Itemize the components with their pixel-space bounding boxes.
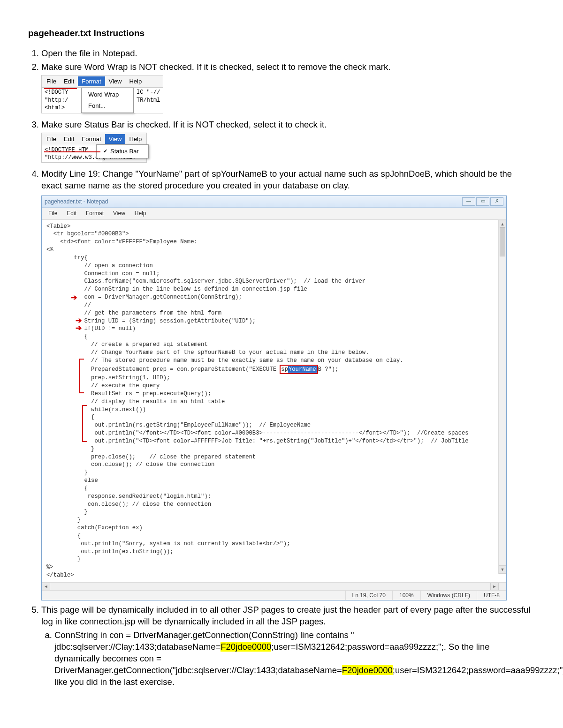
code-content[interactable]: <Table> <tr bgcolor="#0000B3"> <td><font…	[42, 220, 506, 582]
editor-area: <Table> <tr bgcolor="#0000B3"> <td><font…	[42, 220, 506, 582]
vertical-scrollbar[interactable]: ▲ ▼	[498, 220, 506, 574]
status-position: Ln 19, Col 70	[345, 591, 392, 600]
menu-view[interactable]: View	[105, 76, 126, 87]
menu-item-statusbar[interactable]: ✔Status Bar	[97, 146, 148, 157]
menu-format-2[interactable]: Format	[78, 134, 105, 144]
menu-item-font[interactable]: Font...	[82, 100, 133, 112]
big-menu-view[interactable]: View	[108, 209, 130, 218]
menu-item-wordwrap[interactable]: Word Wrap	[82, 89, 133, 100]
titlebar: pageheader.txt - Notepad — ▭ X	[42, 196, 506, 208]
format-menu-screenshot: File Edit Format View Help <!DOCTY "http…	[41, 75, 163, 113]
step-5-text: This page will be dynamically included i…	[41, 605, 530, 626]
arrow-icon: ➔	[71, 294, 77, 301]
big-menubar: File Edit Format View Help	[42, 208, 506, 219]
step-1-text: Open the file in Notepad.	[41, 48, 137, 58]
step-1: Open the file in Notepad.	[41, 48, 535, 60]
instruction-list: Open the file in Notepad. Make sure Word…	[41, 48, 535, 688]
status-zoom: 100%	[392, 591, 420, 600]
status-encoding: UTF-8	[477, 591, 506, 600]
mini-text-2: <!DOCTYPE HTM "http://www.w3.org/TR/html…	[42, 145, 102, 162]
status-eol: Windows (CRLF)	[420, 591, 477, 600]
scroll-left-icon[interactable]: ◄	[42, 583, 50, 590]
window-buttons: — ▭ X	[462, 197, 503, 206]
document-page: pageheader.txt Instructions Open the fil…	[0, 0, 563, 728]
check-icon: ✔	[103, 148, 107, 155]
menu-file-2[interactable]: File	[43, 134, 60, 144]
maximize-button[interactable]: ▭	[476, 197, 489, 206]
menu-edit[interactable]: Edit	[60, 76, 78, 87]
big-menu-help[interactable]: Help	[130, 209, 151, 218]
step-3-text: Make sure Status Bar is checked. If it i…	[41, 120, 327, 129]
red-strike-annotation	[44, 88, 77, 89]
highlight-dbname-2: F20jdoe0000	[342, 665, 393, 675]
mini-menubar: File Edit Format View Help	[42, 75, 163, 88]
mini-menubar-2: File Edit Format View Help	[42, 133, 146, 146]
notepad-screenshot: pageheader.txt - Notepad — ▭ X File Edit…	[41, 195, 507, 600]
big-menu-format[interactable]: Format	[81, 209, 108, 218]
step-3: Make sure Status Bar is checked. If it i…	[41, 119, 535, 167]
view-menu-screenshot: File Edit Format View Help <!DOCTYPE HTM…	[41, 133, 147, 163]
format-dropdown: Word Wrap Font...	[81, 88, 134, 113]
mini-left-text: <!DOCTY "http:/ <html>	[42, 88, 81, 113]
bracket-annotation	[79, 359, 84, 393]
step-2-text: Make sure Word Wrap is NOT checked. If i…	[41, 62, 390, 72]
menu-help[interactable]: Help	[125, 76, 145, 87]
page-title: pageheader.txt Instructions	[28, 28, 535, 38]
mini-body: <!DOCTY "http:/ <html> Word Wrap Font...…	[42, 88, 163, 113]
bracket-annotation	[82, 405, 87, 442]
red-box-annotation: spYourName	[280, 365, 318, 375]
menu-edit-2[interactable]: Edit	[60, 134, 78, 144]
scroll-thumb[interactable]	[500, 227, 505, 256]
menu-format[interactable]: Format	[78, 76, 105, 87]
step-4: Modify Line 19: Change "YourName" part o…	[41, 168, 535, 600]
step-5: This page will be dynamically included i…	[41, 604, 535, 688]
minimize-button[interactable]: —	[462, 197, 475, 206]
scroll-right-icon[interactable]: ►	[490, 583, 499, 590]
highlighted-line: PreparedStatement prep = con.prepareStat…	[91, 366, 338, 373]
step-5a: ConnString in con = DriverManager.getCon…	[54, 630, 535, 688]
arrow-icon: ➔	[76, 317, 82, 324]
scroll-down-icon[interactable]: ▼	[499, 565, 506, 574]
step-4-text: Modify Line 19: Change "YourName" part o…	[41, 169, 512, 190]
step-2: Make sure Word Wrap is NOT checked. If i…	[41, 61, 535, 117]
mini-right-text: IC "-// TR/html	[134, 88, 163, 113]
window-title: pageheader.txt - Notepad	[45, 198, 108, 205]
menu-help-2[interactable]: Help	[125, 134, 145, 144]
horizontal-scrollbar[interactable]: ◄ ►	[42, 582, 506, 590]
status-bar: Ln 19, Col 70 100% Windows (CRLF) UTF-8	[42, 590, 506, 600]
step-5-sublist: ConnString in con = DriverManager.getCon…	[54, 630, 535, 688]
menu-view-2[interactable]: View	[105, 134, 126, 144]
arrow-icon: ➔	[76, 324, 82, 332]
text-selection: YourName	[288, 366, 317, 373]
big-menu-edit[interactable]: Edit	[62, 209, 81, 218]
red-strike-annotation-2	[44, 151, 100, 152]
close-button[interactable]: X	[490, 197, 503, 206]
mini-body-2: <!DOCTYPE HTM "http://www.w3.org/TR/html…	[42, 145, 146, 162]
menu-file[interactable]: File	[43, 76, 60, 87]
highlight-dbname-1: F20jdoe0000	[221, 642, 271, 652]
big-menu-file[interactable]: File	[44, 209, 62, 218]
view-dropdown: ✔Status Bar	[96, 144, 149, 158]
